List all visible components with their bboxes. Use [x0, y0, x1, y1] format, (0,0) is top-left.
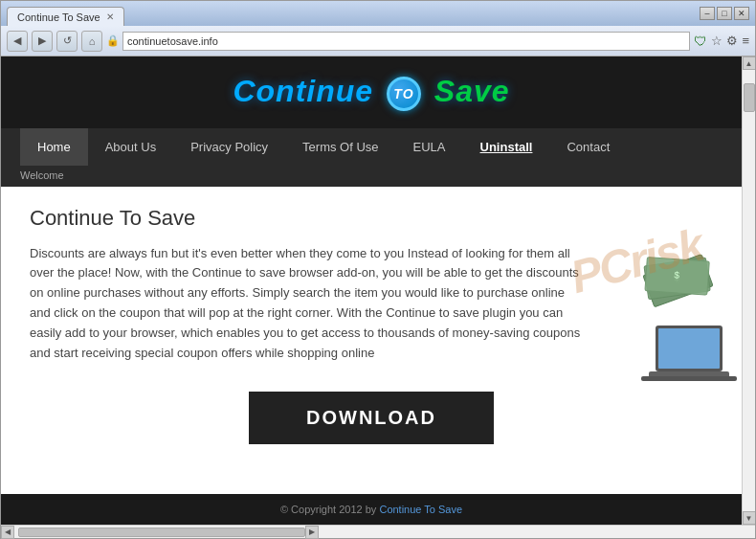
scroll-left-btn[interactable]: ◀: [1, 526, 14, 539]
nav-item-terms[interactable]: Terms Of Use: [285, 128, 395, 166]
download-btn-wrap: DOWNLOAD: [30, 392, 713, 444]
close-btn[interactable]: ✕: [734, 7, 749, 20]
gear-icon[interactable]: ⚙: [726, 34, 738, 48]
menu-icon[interactable]: ≡: [742, 34, 749, 48]
minimize-btn[interactable]: –: [700, 7, 715, 20]
description-text: Discounts are always fun but it's even b…: [30, 244, 585, 364]
nav-item-home[interactable]: Home: [20, 128, 88, 166]
site-header: Continue TO Save: [1, 56, 742, 128]
scroll-thumb[interactable]: [744, 83, 755, 112]
logo-right: Save: [434, 74, 510, 108]
scroll-right-btn[interactable]: ▶: [305, 526, 319, 539]
nav-item-privacy[interactable]: Privacy Policy: [173, 128, 285, 166]
scrollbar-track: ▲ ▼: [742, 56, 755, 525]
bottom-scrollbar: ◀ ▶: [1, 525, 755, 538]
forward-button[interactable]: ▶: [32, 31, 53, 52]
site-logo: Continue TO Save: [1, 74, 742, 111]
window-controls: – □ ✕: [700, 7, 749, 20]
svg-rect-12: [641, 376, 737, 381]
nav-sub-welcome: Welcome: [1, 166, 742, 187]
scroll-down-btn[interactable]: ▼: [743, 511, 756, 525]
nav-list: Home About Us Privacy Policy Terms Of Us…: [1, 128, 742, 166]
browser-tab[interactable]: Continue To Save ✕: [7, 7, 124, 26]
main-body: PCrisk $ $: [1, 187, 742, 494]
tab-title: Continue To Save: [17, 11, 100, 23]
nav-item-uninstall[interactable]: Uninstall: [463, 128, 550, 166]
nav-bar: Home About Us Privacy Policy Terms Of Us…: [1, 128, 742, 187]
lock-icon: 🔒: [106, 34, 120, 47]
nav-item-about[interactable]: About Us: [88, 128, 173, 166]
money-decoration: $ $ $: [636, 244, 723, 315]
back-button[interactable]: ◀: [7, 31, 28, 52]
page-content: Continue TO Save Home About Us Privacy P…: [1, 56, 742, 525]
tab-area: Continue To Save ✕: [7, 1, 124, 26]
restore-btn[interactable]: □: [717, 7, 732, 20]
star-icon[interactable]: ☆: [711, 34, 723, 48]
footer-link[interactable]: Continue To Save: [379, 504, 462, 515]
home-button[interactable]: ⌂: [81, 31, 102, 52]
refresh-button[interactable]: ↺: [56, 31, 78, 52]
title-bar: Continue To Save ✕ – □ ✕: [1, 1, 755, 26]
nav-item-contact[interactable]: Contact: [549, 128, 627, 166]
logo-to-badge: TO: [387, 77, 421, 111]
shield-icon: 🛡: [694, 34, 707, 49]
browser-window: Continue To Save ✕ – □ ✕ ◀ ▶ ↺ ⌂ 🔒 🛡 ☆ ⚙…: [0, 0, 756, 539]
scroll-up-btn[interactable]: ▲: [743, 56, 756, 70]
site-footer: © Copyright 2012 by Continue To Save: [1, 494, 742, 525]
laptop-decoration: [641, 321, 737, 401]
bottom-scroll-thumb[interactable]: [18, 528, 305, 537]
logo-left: Continue: [233, 74, 373, 108]
download-button[interactable]: DOWNLOAD: [249, 392, 494, 444]
toolbar-right: 🛡 ☆ ⚙ ≡: [694, 34, 749, 49]
svg-rect-10: [658, 328, 720, 369]
address-bar[interactable]: [122, 32, 690, 51]
nav-item-eula[interactable]: EULA: [396, 128, 463, 166]
footer-copyright: © Copyright 2012 by: [280, 504, 376, 515]
tab-close-btn[interactable]: ✕: [106, 11, 114, 22]
toolbar: ◀ ▶ ↺ ⌂ 🔒 🛡 ☆ ⚙ ≡: [1, 26, 755, 56]
address-bar-container: 🔒: [106, 32, 690, 51]
page-title: Continue To Save: [30, 206, 713, 231]
